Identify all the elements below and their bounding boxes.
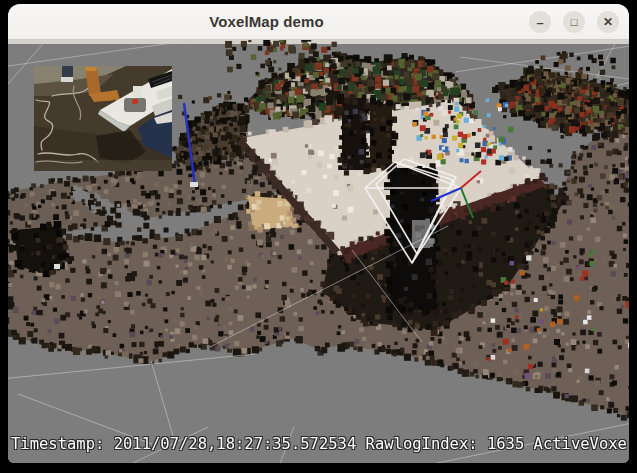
minimize-button[interactable]: – [529, 11, 551, 33]
camera-inset-image [34, 66, 172, 171]
close-button[interactable]: ✕ [597, 11, 619, 33]
minimize-icon: – [536, 16, 543, 29]
3d-viewport[interactable]: Timestamp: 2011/07/28,18:27:35.572534 Ra… [8, 40, 629, 463]
maximize-button[interactable]: □ [563, 11, 585, 33]
maximize-icon: □ [571, 17, 578, 28]
app-window: VoxelMap demo – □ ✕ Timestamp: 2011/07/2… [8, 4, 629, 463]
titlebar[interactable]: VoxelMap demo – □ ✕ [8, 4, 629, 40]
status-text: Timestamp: 2011/07/28,18:27:35.572534 Ra… [11, 435, 627, 453]
close-icon: ✕ [603, 16, 613, 28]
window-controls: – □ ✕ [529, 11, 619, 33]
